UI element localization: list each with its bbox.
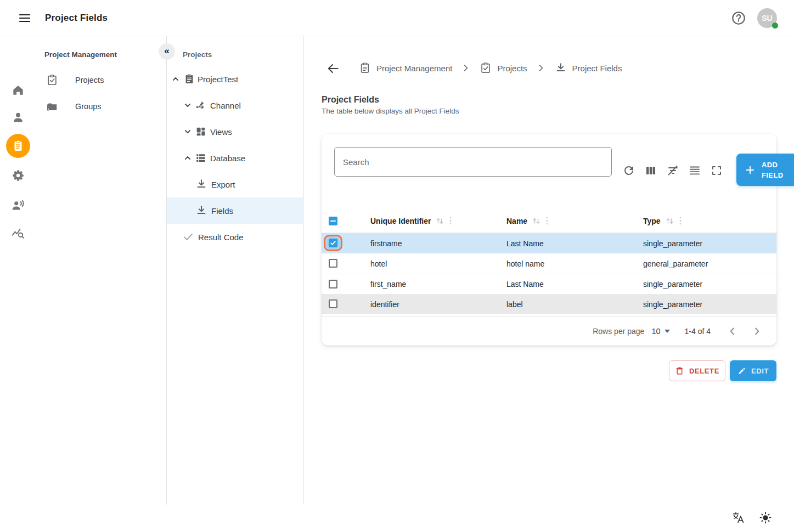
breadcrumb-item-project-fields[interactable]: Project Fields [555, 62, 622, 74]
sidebar-item-groups[interactable]: Groups [36, 93, 166, 120]
edit-label: EDIT [751, 367, 769, 375]
table-header-row: Unique Identifier Name Type [322, 209, 776, 233]
cell-name: Last Name [506, 280, 544, 288]
tree-item-database[interactable]: Database [167, 145, 304, 171]
table-row[interactable]: hotel hotel name general_parameter [322, 253, 776, 274]
cell-unique-identifier: identifier [370, 300, 399, 309]
column-header-label: Name [506, 217, 527, 225]
chevron-right-icon [536, 63, 547, 73]
tree-item-channel[interactable]: Channel [167, 92, 304, 118]
columns-icon[interactable] [644, 164, 657, 177]
plus-icon [745, 165, 756, 176]
help-icon[interactable] [731, 10, 746, 26]
rows-per-page-value: 10 [651, 327, 660, 336]
edit-button[interactable]: EDIT [730, 360, 776, 381]
table-row[interactable]: identifier label single_parameter [322, 294, 776, 314]
hamburger-menu-icon[interactable] [17, 10, 32, 26]
cell-type: single_parameter [643, 239, 702, 248]
user-icon[interactable] [11, 110, 25, 124]
chevron-up-icon[interactable] [182, 152, 193, 163]
delete-button[interactable]: DELETE [669, 360, 725, 381]
cell-name: hotel name [506, 259, 544, 268]
row-checkbox[interactable] [329, 299, 337, 308]
tree-item-export[interactable]: Export [167, 171, 304, 197]
sort-icon[interactable] [532, 217, 540, 225]
breadcrumb-label: Projects [497, 64, 527, 73]
table-row[interactable]: firstname Last Name single_parameter [322, 233, 776, 253]
translate-icon[interactable] [731, 511, 745, 524]
sidebar-project-management: Project Management Projects Groups [36, 36, 167, 505]
row-checkbox-checked[interactable] [329, 239, 337, 247]
tree-item-label: ProjectTest [198, 75, 238, 84]
column-header-type: Type [643, 217, 682, 225]
tree-item-label: Result Code [198, 233, 244, 242]
fullscreen-icon[interactable] [710, 164, 723, 177]
voice-over-icon[interactable] [11, 198, 25, 212]
avatar[interactable]: SU [757, 8, 777, 28]
database-icon [195, 152, 207, 164]
row-checkbox[interactable] [329, 259, 337, 268]
sort-icon[interactable] [436, 217, 444, 225]
clipboard-check-icon [480, 62, 492, 74]
table-footer: Rows per page 10 1-4 of 4 [322, 316, 776, 346]
previous-page-icon[interactable] [727, 325, 739, 337]
download-icon [195, 205, 207, 217]
table-row[interactable]: first_name Last Name single_parameter [322, 274, 776, 294]
chevron-down-icon[interactable] [182, 126, 193, 137]
column-menu-icon[interactable] [449, 217, 452, 225]
query-stats-icon[interactable] [11, 227, 25, 241]
chevron-right-icon [460, 63, 471, 73]
sort-icon[interactable] [666, 217, 674, 225]
row-density-icon[interactable] [688, 164, 701, 177]
row-checkbox[interactable] [329, 280, 337, 288]
home-icon[interactable] [11, 83, 25, 97]
tree-item-views[interactable]: Views [167, 118, 304, 145]
breadcrumb-item-projects[interactable]: Projects [480, 62, 527, 74]
column-header-label: Unique Identifier [370, 217, 431, 225]
collapse-panel-button[interactable]: « [159, 43, 174, 59]
top-bar: Project Fields SU [0, 0, 794, 36]
page-subtitle: The table below displays all Project Fie… [322, 107, 459, 115]
tree-item-projecttest[interactable]: ProjectTest [167, 66, 304, 92]
channel-split-icon [195, 99, 207, 111]
rows-per-page-select[interactable]: 10 [651, 327, 669, 336]
clipboard-icon [183, 73, 195, 85]
back-arrow-icon[interactable] [326, 61, 340, 76]
column-menu-icon[interactable] [546, 217, 548, 225]
tree-item-fields-selected[interactable]: Fields [167, 197, 304, 224]
tree-item-label: Channel [210, 101, 241, 110]
pencil-icon [737, 366, 746, 375]
caret-down-icon [665, 330, 670, 333]
light-mode-sun-icon[interactable] [759, 511, 772, 524]
settings-gear-icon[interactable] [11, 168, 25, 183]
table-card: Unique Identifier Name Type [322, 134, 776, 346]
sidebar-title: Project Management [36, 36, 166, 59]
column-header-unique-identifier: Unique Identifier [370, 217, 452, 225]
app-title: Project Fields [45, 13, 108, 24]
clipboard-icon [359, 62, 371, 74]
breadcrumb-label: Project Management [376, 64, 452, 73]
page-title: Project Fields [322, 95, 379, 105]
select-all-checkbox[interactable] [329, 217, 337, 225]
column-menu-icon[interactable] [679, 217, 682, 225]
tree-item-label: Export [211, 180, 235, 189]
breadcrumb-item-project-management[interactable]: Project Management [359, 62, 452, 74]
chevron-down-icon[interactable] [182, 100, 193, 111]
sidebar-item-projects[interactable]: Projects [36, 67, 166, 93]
cell-type: general_parameter [643, 259, 708, 268]
cell-type: single_parameter [643, 300, 702, 309]
column-header-name: Name [506, 217, 548, 225]
refresh-icon[interactable] [622, 164, 635, 177]
next-page-icon[interactable] [751, 325, 763, 337]
breadcrumb: Project Management Projects Project Fiel… [359, 60, 622, 76]
projects-active-item[interactable] [6, 134, 30, 158]
tree-item-result-code[interactable]: Result Code [167, 224, 304, 250]
filter-off-icon[interactable] [666, 164, 679, 177]
pagination-range: 1-4 of 4 [685, 327, 711, 336]
trash-icon [675, 366, 684, 376]
search-input[interactable] [334, 147, 612, 177]
chevron-up-icon[interactable] [170, 73, 181, 84]
add-field-button[interactable]: ADD FIELD [736, 154, 794, 186]
breadcrumb-label: Project Fields [572, 64, 622, 73]
tree-panel-title: Projects [167, 36, 303, 59]
